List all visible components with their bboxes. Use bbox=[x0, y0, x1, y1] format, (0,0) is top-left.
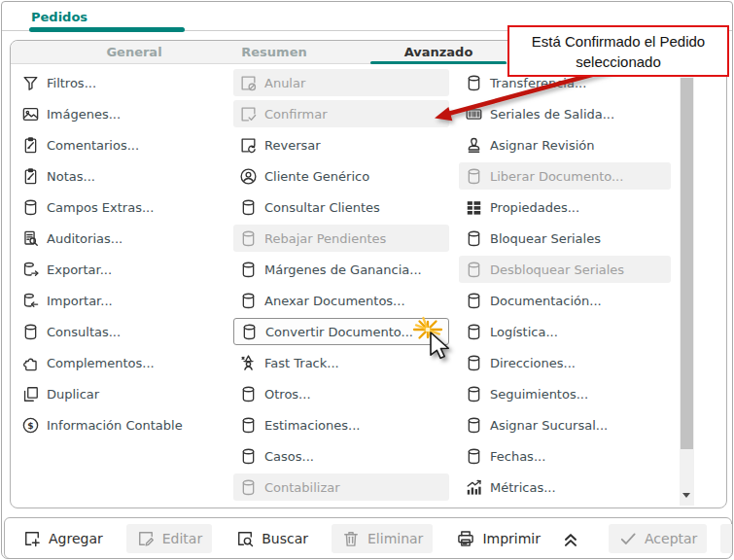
wizard-icon bbox=[239, 354, 258, 372]
menu-item-label: Contabilizar bbox=[264, 480, 340, 495]
database-icon bbox=[465, 229, 483, 248]
menu-item-label: Convertir Documento... bbox=[265, 325, 413, 339]
menu-item-label: Métricas... bbox=[490, 480, 556, 495]
database-icon bbox=[239, 447, 258, 466]
menu-item-auditorias[interactable]: Auditorias... bbox=[16, 225, 229, 252]
menu-item-label: Seguimientos... bbox=[490, 387, 588, 402]
menu-item-anexar-documentos[interactable]: Anexar Documentos... bbox=[233, 287, 449, 314]
menu-item-anular: Anular bbox=[233, 69, 449, 96]
menu-item-label: Información Contable bbox=[47, 418, 183, 433]
menu-item-reversar[interactable]: Reversar bbox=[233, 131, 449, 158]
menu-item-cliente-generico[interactable]: Cliente Genérico bbox=[233, 162, 449, 190]
menu-item-estimaciones[interactable]: Estimaciones... bbox=[233, 411, 449, 438]
editar-button: Editar bbox=[126, 524, 212, 553]
toolbar-button-label: Aceptar bbox=[645, 531, 697, 546]
svg-text:$: $ bbox=[27, 420, 33, 430]
doc-cancel-icon bbox=[239, 74, 258, 92]
menu-item-asignar-revision[interactable]: Asignar Revisión bbox=[459, 131, 671, 158]
check-icon bbox=[618, 529, 638, 548]
menu-item-seriales-de-salida[interactable]: Seriales de Salida... bbox=[459, 100, 671, 127]
toolbar-button-label: Imprimir bbox=[482, 531, 541, 546]
menu-item-label: Desbloquear Seriales bbox=[490, 262, 624, 277]
clipboard-edit-icon bbox=[21, 167, 40, 186]
menu-item-label: Asignar Sucursal... bbox=[490, 418, 608, 433]
menu-item-label: Otros... bbox=[264, 387, 311, 402]
menu-item-bloquear-seriales[interactable]: Bloquear Seriales bbox=[459, 225, 671, 252]
scroll-down-arrow-icon[interactable] bbox=[682, 493, 690, 498]
collapse-toolbar-button[interactable] bbox=[560, 528, 581, 549]
menu-item-notas[interactable]: Notas... bbox=[16, 162, 229, 190]
menu-item-label: Logística... bbox=[490, 325, 558, 339]
menu-item-label: Transferencia... bbox=[490, 76, 586, 90]
menu-item-asignar-sucursal[interactable]: Asignar Sucursal... bbox=[459, 411, 671, 438]
tab-general[interactable]: General bbox=[66, 41, 202, 64]
database-icon bbox=[239, 261, 258, 279]
menu-item-comentarios[interactable]: Comentarios... bbox=[16, 131, 229, 158]
database-icon bbox=[465, 385, 483, 403]
menu-item-duplicar[interactable]: Duplicar bbox=[16, 380, 229, 407]
imprimir-button[interactable]: Imprimir bbox=[446, 524, 550, 553]
menu-item-label: Comentarios... bbox=[47, 138, 139, 153]
database-icon bbox=[465, 261, 483, 279]
menu-item-imagenes[interactable]: Imágenes... bbox=[16, 100, 229, 127]
edit-square-icon bbox=[136, 529, 156, 548]
menu-item-otros[interactable]: Otros... bbox=[233, 380, 449, 407]
menu-item-exportar[interactable]: Exportar... bbox=[16, 256, 229, 283]
menu-item-consultar-clientes[interactable]: Consultar Clientes bbox=[233, 193, 449, 221]
scrollbar[interactable] bbox=[680, 66, 694, 506]
menu-item-label: Casos... bbox=[264, 449, 314, 464]
menu-item-propiedades[interactable]: Propiedades... bbox=[459, 193, 671, 221]
menu-item-label: Consultas... bbox=[47, 325, 121, 339]
menu-item-label: Reversar bbox=[264, 138, 321, 153]
database-icon bbox=[21, 198, 40, 217]
tab-avanzado[interactable]: Avanzado bbox=[370, 41, 507, 64]
menu-item-seguimientos[interactable]: Seguimientos... bbox=[459, 380, 671, 407]
menu-item-consultas[interactable]: Consultas... bbox=[16, 318, 229, 345]
menu-item-label: Documentación... bbox=[490, 294, 602, 308]
menu-item-label: Notas... bbox=[47, 169, 95, 184]
menu-item-documentacion[interactable]: Documentación... bbox=[459, 287, 671, 314]
database-icon bbox=[239, 478, 258, 497]
menu-item-direcciones[interactable]: Direcciones... bbox=[459, 349, 671, 376]
trash-icon bbox=[341, 529, 361, 548]
menu-item-rebajar-pendientes: Rebajar Pendientes bbox=[233, 225, 449, 252]
menu-item-informacion-contable[interactable]: $Información Contable bbox=[16, 411, 229, 438]
menu-item-casos[interactable]: Casos... bbox=[233, 442, 449, 470]
cancelar-button[interactable]: Cancelar bbox=[720, 524, 733, 553]
database-icon bbox=[465, 167, 483, 186]
toolbar-button-label: Editar bbox=[162, 531, 202, 546]
menu-item-campos-extras[interactable]: Campos Extras... bbox=[16, 193, 229, 221]
buscar-button[interactable]: Buscar bbox=[226, 524, 318, 553]
scrollbar-thumb[interactable] bbox=[681, 78, 693, 449]
menu-item-desbloquear-seriales: Desbloquear Seriales bbox=[459, 256, 671, 283]
menu-item-label: Campos Extras... bbox=[47, 200, 154, 215]
menu-item-label: Direcciones... bbox=[490, 356, 576, 370]
annotation-callout: Está Confirmado el Pedido seleccionado bbox=[507, 25, 729, 77]
menu-item-importar[interactable]: Importar... bbox=[16, 287, 229, 314]
menu-item-label: Anexar Documentos... bbox=[264, 294, 405, 308]
agregar-button[interactable]: Agregar bbox=[13, 524, 113, 553]
database-icon bbox=[239, 229, 258, 248]
db-import-icon bbox=[21, 292, 40, 310]
stamp-icon bbox=[465, 136, 483, 155]
database-icon bbox=[465, 447, 483, 466]
menu-item-fast-track[interactable]: Fast Track... bbox=[233, 349, 449, 376]
tab-resumen[interactable]: Resumen bbox=[206, 41, 342, 64]
menu-item-logistica[interactable]: Logística... bbox=[459, 318, 671, 345]
database-icon bbox=[239, 292, 258, 310]
window-tab-pedidos[interactable]: Pedidos bbox=[31, 10, 87, 24]
menu-item-liberar-documento: Liberar Documento... bbox=[459, 162, 671, 190]
toolbar-button-label: Eliminar bbox=[367, 531, 423, 546]
menu-item-convertir-documento[interactable]: Convertir Documento... bbox=[233, 318, 449, 345]
aceptar-button[interactable]: Aceptar bbox=[609, 524, 707, 553]
menu-item-margenes-de-ganancia[interactable]: Márgenes de Ganancia... bbox=[233, 256, 449, 283]
menu-item-metricas[interactable]: Métricas... bbox=[459, 473, 671, 501]
clipboard-edit-icon bbox=[21, 136, 40, 155]
menu-item-fechas[interactable]: Fechas... bbox=[459, 442, 671, 470]
menu-item-complementos[interactable]: Complementos... bbox=[16, 349, 229, 376]
menu-item-filtros[interactable]: Filtros... bbox=[16, 69, 229, 96]
eliminar-button: Eliminar bbox=[332, 524, 433, 553]
x-mark-icon bbox=[730, 529, 733, 548]
grid-icon bbox=[465, 198, 483, 217]
person-circle-icon bbox=[239, 167, 258, 186]
